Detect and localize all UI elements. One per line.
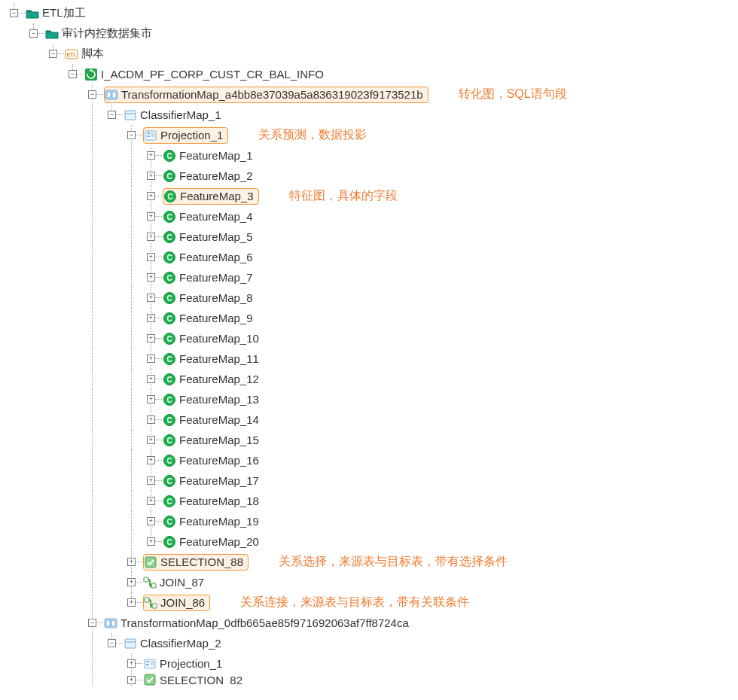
feature-icon <box>163 495 176 508</box>
join-icon <box>143 576 157 589</box>
expand-icon[interactable]: + <box>127 558 136 566</box>
expand-icon[interactable]: + <box>127 598 136 607</box>
tree-item-feature-map[interactable]: + FeatureMap_6 <box>6 247 738 267</box>
expand-icon[interactable]: + <box>127 676 136 684</box>
tree-item-feature-map[interactable]: + FeatureMap_17 <box>6 470 738 491</box>
collapse-icon[interactable]: − <box>29 29 38 38</box>
tree-item-label: FeatureMap_5 <box>178 230 255 243</box>
expand-icon[interactable]: + <box>147 253 155 261</box>
expand-icon[interactable]: + <box>147 294 155 302</box>
tree-item-label: JOIN_87 <box>158 576 206 589</box>
expand-icon[interactable]: + <box>147 537 155 546</box>
tree-item-feature-map[interactable]: + FeatureMap_13 <box>6 389 738 409</box>
tree-item-projection-1[interactable]: − Projection_1 关系预测，数据投影 <box>6 125 738 145</box>
feature-icon <box>163 149 176 163</box>
expand-icon[interactable]: + <box>147 334 155 342</box>
tree-item-script[interactable]: − 脚本 <box>6 44 738 64</box>
collapse-icon[interactable]: − <box>88 90 96 99</box>
tree-item-data-mart[interactable]: − 审计内控数据集市 <box>6 23 738 44</box>
tree-item-feature-map[interactable]: + FeatureMap_12 <box>6 369 738 389</box>
tree-item-feature-map[interactable]: + FeatureMap_19 <box>6 511 738 531</box>
expand-icon[interactable]: + <box>147 456 155 464</box>
tree-item-feature-map[interactable]: + FeatureMap_8 <box>6 288 738 308</box>
feature-icon <box>163 352 176 366</box>
feature-icon <box>163 454 176 467</box>
feature-icon <box>163 393 176 406</box>
expand-icon[interactable]: + <box>147 375 155 383</box>
collapse-icon[interactable]: − <box>10 9 18 17</box>
collapse-icon[interactable]: − <box>88 619 96 627</box>
feature-icon <box>163 210 176 224</box>
tree-item-feature-map[interactable]: + FeatureMap_2 <box>6 166 738 186</box>
expand-icon[interactable]: + <box>147 355 155 363</box>
tree-item-label: FeatureMap_2 <box>178 169 255 182</box>
tree-item-job[interactable]: − I_ACDM_PF_CORP_CUST_CR_BAL_INFO <box>6 64 738 84</box>
collapse-icon[interactable]: − <box>49 50 57 58</box>
tree-item-selection-82[interactable]: + SELECTION_82 <box>6 674 738 686</box>
tree-item-transformation-map-1[interactable]: − TransformationMap_a4bb8e37039a5a836319… <box>6 84 738 105</box>
expand-icon[interactable]: + <box>147 192 155 200</box>
tree-item-feature-map[interactable]: + FeatureMap_4 <box>6 206 738 227</box>
expand-icon[interactable]: + <box>147 395 155 403</box>
expand-icon[interactable]: + <box>147 273 155 282</box>
tree-item-feature-map[interactable]: + FeatureMap_18 <box>6 491 738 511</box>
feature-icon <box>163 332 176 345</box>
tree-item-feature-map[interactable]: + FeatureMap_11 <box>6 348 738 369</box>
expand-icon[interactable]: + <box>147 497 155 505</box>
highlight-box: TransformationMap_a4bb8e37039a5a83631902… <box>104 87 428 103</box>
expand-icon[interactable]: + <box>147 517 155 525</box>
etl-icon <box>65 47 78 61</box>
expand-icon[interactable]: + <box>127 578 136 586</box>
tree-item-feature-map[interactable]: + FeatureMap_14 <box>6 409 738 430</box>
tree-item-etl-root[interactable]: − ETL加工 <box>6 3 738 23</box>
tree-item-feature-map[interactable]: + FeatureMap_16 <box>6 450 738 470</box>
expand-icon[interactable]: + <box>127 659 136 668</box>
tree-item-selection-88[interactable]: + SELECTION_88 关系选择，来源表与目标表，带有选择条件 <box>6 552 738 572</box>
annotation-text: 关系连接，来源表与目标表，带有关联条件 <box>240 595 469 610</box>
tree-item-projection-1b[interactable]: + Projection_1 <box>6 653 738 674</box>
tree-item-feature-map[interactable]: + FeatureMap_20 <box>6 531 738 552</box>
tree-item-feature-map[interactable]: + FeatureMap_9 <box>6 308 738 328</box>
tree-item-label: FeatureMap_13 <box>178 393 261 406</box>
expand-icon[interactable]: + <box>147 151 155 160</box>
tree-item-label: FeatureMap_10 <box>178 332 261 345</box>
tree-item-feature-map[interactable]: + FeatureMap_15 <box>6 430 738 450</box>
tree-item-label: JOIN_86 <box>159 596 206 609</box>
tree-item-transformation-map-2[interactable]: − TransformationMap_0dfb665ae85f97169206… <box>6 613 738 633</box>
tree-item-label: FeatureMap_6 <box>178 251 255 263</box>
tree-item-join-86[interactable]: + JOIN_86 关系连接，来源表与目标表，带有关联条件 <box>6 592 738 613</box>
selection-icon <box>144 555 157 569</box>
expand-icon[interactable]: + <box>147 436 155 444</box>
join-icon <box>144 596 157 610</box>
feature-icon <box>163 413 176 427</box>
tree-item-classifier-map-1[interactable]: − ClassifierMap_1 <box>6 105 738 125</box>
refresh-icon <box>84 68 98 81</box>
collapse-icon[interactable]: − <box>108 111 116 119</box>
folder-icon <box>45 27 59 41</box>
tree-item-feature-map[interactable]: + FeatureMap_5 <box>6 227 738 247</box>
tree-item-join-87[interactable]: + JOIN_87 <box>6 572 738 592</box>
collapse-icon[interactable]: − <box>69 70 77 78</box>
tree-item-feature-map-3[interactable]: + FeatureMap_3 特征图，具体的字段 <box>6 186 738 206</box>
tree-item-classifier-map-2[interactable]: − ClassifierMap_2 <box>6 633 738 653</box>
expand-icon[interactable]: + <box>147 415 155 424</box>
expand-icon[interactable]: + <box>147 212 155 221</box>
tree-item-label: FeatureMap_19 <box>178 515 261 528</box>
feature-icon <box>163 169 176 183</box>
expand-icon[interactable]: + <box>147 476 155 485</box>
map-icon <box>105 88 118 102</box>
selection-icon <box>143 674 157 686</box>
highlight-box: Projection_1 <box>143 127 228 144</box>
feature-icon <box>163 373 176 386</box>
expand-icon[interactable]: + <box>147 314 155 322</box>
expand-icon[interactable]: + <box>147 172 155 180</box>
expand-icon[interactable]: + <box>147 233 155 241</box>
collapse-icon[interactable]: − <box>127 131 136 139</box>
tree-item-feature-map[interactable]: + FeatureMap_1 <box>6 145 738 166</box>
tree-item-feature-map[interactable]: + FeatureMap_10 <box>6 328 738 348</box>
feature-icon <box>163 291 176 305</box>
collapse-icon[interactable]: − <box>108 639 116 647</box>
tree-item-label: 脚本 <box>80 47 105 61</box>
tree-item-feature-map[interactable]: + FeatureMap_7 <box>6 267 738 288</box>
feature-icon <box>163 312 176 325</box>
